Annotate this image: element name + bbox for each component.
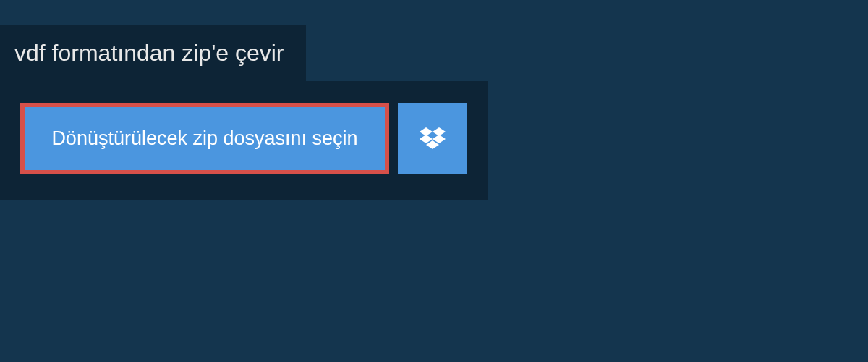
select-file-label: Dönüştürülecek zip dosyasını seçin [51, 127, 357, 149]
dropbox-button[interactable] [398, 103, 467, 174]
page-title: vdf formatından zip'e çevir [0, 25, 306, 81]
select-file-button[interactable]: Dönüştürülecek zip dosyasını seçin [20, 103, 389, 174]
upload-panel: Dönüştürülecek zip dosyasını seçin [0, 81, 488, 200]
dropbox-icon [420, 127, 446, 151]
button-row: Dönüştürülecek zip dosyasını seçin [20, 103, 468, 174]
